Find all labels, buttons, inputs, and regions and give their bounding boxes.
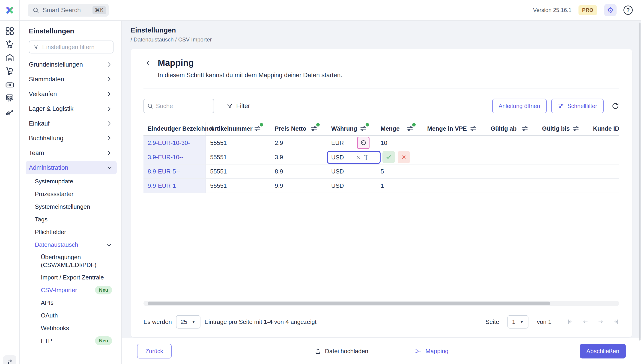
smart-search-label: Smart Search bbox=[43, 7, 81, 14]
page-number-select[interactable]: 1 ▼ bbox=[507, 315, 528, 328]
step-mapping[interactable]: Mapping bbox=[415, 348, 449, 355]
wizard-footer: Zurück Datei hochladen Mapping bbox=[122, 338, 641, 364]
sidebar-item-pflichtfelder[interactable]: Pflichtfelder bbox=[29, 226, 113, 238]
cell-menge: 5 bbox=[376, 164, 423, 179]
first-page-button[interactable] bbox=[567, 318, 574, 325]
sidebar-item-einkauf[interactable]: Einkauf bbox=[29, 116, 113, 131]
currency-edit-input[interactable] bbox=[331, 154, 352, 161]
back-button[interactable]: Zurück bbox=[137, 344, 172, 358]
sidebar-title: Einstellungen bbox=[29, 27, 113, 35]
cell-gueltig-bis bbox=[538, 179, 589, 193]
sidebar-item-webhooks[interactable]: Webhooks bbox=[29, 322, 113, 334]
column-filter-button[interactable] bbox=[254, 125, 261, 132]
cell-bezeichner[interactable]: 2.9-EUR-10-30- bbox=[143, 136, 206, 150]
currency-edit-field[interactable]: T bbox=[327, 151, 381, 164]
column-header-menge-in-vpe: Menge in VPE bbox=[423, 122, 487, 136]
gear-icon: ⚙ bbox=[607, 6, 614, 15]
table-search[interactable] bbox=[143, 99, 214, 113]
sidebar-item-csv-importer[interactable]: CSV-Importer Neu bbox=[29, 284, 113, 296]
cell-bezeichner[interactable]: 8.9-EUR-5-- bbox=[143, 164, 206, 179]
rail-warehouse-button[interactable] bbox=[5, 53, 15, 63]
open-guide-button[interactable]: Anleitung öffnen bbox=[492, 98, 547, 113]
finish-button[interactable]: Abschließen bbox=[580, 344, 626, 358]
cell-menge-editing bbox=[376, 150, 423, 164]
sidebar-item-oauth[interactable]: OAuth bbox=[29, 309, 113, 322]
sidebar-item-prozessstarter[interactable]: Prozessstarter bbox=[29, 188, 113, 200]
rail-sales-button[interactable] bbox=[5, 40, 15, 49]
neu-badge: Neu bbox=[95, 286, 112, 294]
sidebar-item-label: APIs bbox=[41, 299, 54, 306]
cell-menge-in-vpe bbox=[423, 164, 487, 179]
sidebar-item-datenaustausch[interactable]: Datenaustausch bbox=[29, 238, 113, 251]
cancel-edit-button[interactable] bbox=[398, 151, 410, 163]
text-type-icon[interactable]: T bbox=[364, 154, 368, 161]
sidebar-item-systemupdate[interactable]: Systemupdate bbox=[29, 175, 113, 188]
cell-bezeichner[interactable]: 9.9-EUR-1-- bbox=[143, 179, 206, 193]
sidebar-item-team[interactable]: Team bbox=[29, 146, 113, 160]
rail-finance-button[interactable] bbox=[5, 80, 15, 90]
back-chevron-button[interactable] bbox=[143, 58, 153, 68]
undo-mapping-button[interactable] bbox=[357, 136, 369, 149]
mapping-icon bbox=[415, 348, 422, 354]
settings-gear-button[interactable]: ⚙ bbox=[604, 4, 616, 16]
horizontal-scrollbar-thumb[interactable] bbox=[148, 302, 550, 305]
column-filter-button[interactable] bbox=[310, 125, 318, 132]
cell-artikelnummer: 55551 bbox=[206, 179, 271, 193]
column-filter-button[interactable] bbox=[572, 125, 580, 132]
sidebar-item-administration[interactable]: Administration bbox=[26, 161, 117, 174]
chevron-right-icon bbox=[106, 135, 112, 141]
rail-analytics-button[interactable] bbox=[5, 106, 15, 116]
page-label: Seite bbox=[486, 318, 499, 326]
quickfilter-button[interactable]: Schnellfilter bbox=[551, 98, 604, 113]
swap-panel-button[interactable] bbox=[3, 355, 16, 364]
cell-bezeichner[interactable]: 3.9-EUR-10-- bbox=[143, 150, 206, 164]
table-empty-space bbox=[131, 193, 632, 301]
column-filter-button[interactable] bbox=[406, 125, 414, 132]
sidebar-item-label: Administration bbox=[29, 164, 68, 172]
last-page-button[interactable] bbox=[612, 318, 619, 325]
sidebar-item-tags[interactable]: Tags bbox=[29, 213, 113, 226]
stepper-connector bbox=[374, 351, 409, 351]
step-upload-file[interactable]: Datei hochladen bbox=[314, 348, 368, 355]
sidebar-item-buchhaltung[interactable]: Buchhaltung bbox=[29, 131, 113, 146]
smart-search[interactable]: Smart Search ⌘K bbox=[28, 4, 109, 16]
horizontal-scrollbar[interactable] bbox=[143, 301, 619, 306]
app-logo[interactable] bbox=[0, 0, 20, 20]
next-page-button[interactable] bbox=[597, 318, 604, 325]
sidebar-item-grundeinstellungen[interactable]: Grundeinstellungen bbox=[29, 57, 113, 72]
chevron-right-icon bbox=[106, 106, 112, 112]
column-filter-button[interactable] bbox=[359, 125, 367, 132]
page-size-select[interactable]: 25 ▼ bbox=[176, 315, 200, 328]
sidebar-item-lager-logistik[interactable]: Lager & Logistik bbox=[29, 101, 113, 116]
column-label: Menge bbox=[381, 125, 399, 132]
vertical-scrollbar[interactable] bbox=[638, 21, 641, 364]
rail-dashboard-button[interactable] bbox=[5, 26, 15, 36]
sidebar-item-apis[interactable]: APIs bbox=[29, 296, 113, 309]
column-filter-button[interactable] bbox=[469, 125, 477, 132]
help-button[interactable]: ? bbox=[623, 6, 633, 15]
sidebar-item-label: Verkaufen bbox=[29, 90, 57, 98]
previous-page-button[interactable] bbox=[582, 318, 589, 325]
filter-button[interactable]: Filter bbox=[227, 102, 250, 110]
sidebar-filter-input[interactable] bbox=[42, 44, 109, 51]
sidebar-item-uebertragungen[interactable]: Übertragungen (CSV/XML/EDI/PDF) bbox=[29, 251, 113, 271]
column-header-preis-netto: Preis Netto bbox=[271, 122, 327, 136]
clear-x-icon[interactable] bbox=[356, 155, 361, 160]
chevron-down-icon bbox=[107, 165, 113, 171]
sidebar-item-systemeinstellungen[interactable]: Systemeinstellungen bbox=[29, 200, 113, 213]
rail-logistics-button[interactable] bbox=[5, 66, 15, 76]
table-search-input[interactable] bbox=[156, 102, 210, 110]
sidebar-item-import-export-zentrale[interactable]: Import / Export Zentrale bbox=[29, 271, 113, 284]
column-label: Preis Netto bbox=[275, 125, 306, 132]
rail-pos-button[interactable] bbox=[5, 93, 15, 103]
sidebar-item-stammdaten[interactable]: Stammdaten bbox=[29, 72, 113, 86]
confirm-edit-button[interactable] bbox=[382, 151, 395, 163]
sidebar-filter[interactable] bbox=[29, 40, 113, 54]
refresh-button[interactable] bbox=[611, 102, 619, 110]
column-header-artikelnummer: Artikelnummer bbox=[206, 122, 271, 136]
column-filter-button[interactable] bbox=[521, 125, 529, 132]
sidebar-item-ftp[interactable]: FTP Neu bbox=[29, 334, 113, 347]
vertical-scrollbar-thumb[interactable] bbox=[639, 22, 640, 340]
sidebar-item-verkaufen[interactable]: Verkaufen bbox=[29, 86, 113, 101]
check-icon bbox=[386, 154, 392, 160]
